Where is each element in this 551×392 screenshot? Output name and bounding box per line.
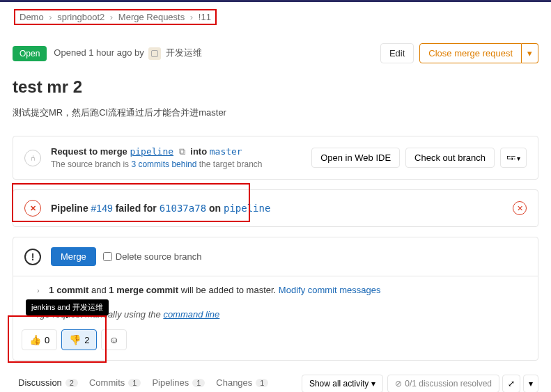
next-button[interactable]: ▾: [523, 375, 538, 393]
open-ide-button[interactable]: Open in Web IDE: [311, 148, 400, 168]
target-branch: master: [210, 146, 242, 157]
crumb-mr-list[interactable]: Merge Requests: [118, 12, 185, 22]
thumbs-up-button[interactable]: 👍0: [22, 329, 57, 350]
tab-changes[interactable]: Changes1: [210, 370, 274, 392]
delete-branch-checkbox[interactable]: Delete source branch: [103, 251, 202, 262]
command-line-link[interactable]: command line: [163, 309, 219, 320]
source-branch-link[interactable]: pipeline: [130, 146, 173, 157]
reaction-tooltip: jenkins and 开发运维: [26, 299, 109, 315]
modify-commit-link[interactable]: Modify commit messages: [279, 285, 381, 295]
activity-filter[interactable]: Show all activity ▾: [302, 375, 383, 393]
warning-icon: !: [24, 249, 41, 265]
behind-link[interactable]: 3 commits behind: [131, 159, 196, 169]
merge-button[interactable]: Merge: [51, 247, 96, 266]
avatar: [148, 47, 161, 60]
close-mr-button[interactable]: Close merge request: [419, 43, 522, 63]
pipeline-fail-icon: ✕: [24, 200, 41, 217]
close-mr-caret[interactable]: ▾: [522, 43, 538, 63]
expand-button[interactable]: ⤢: [502, 375, 520, 393]
pipeline-branch-link[interactable]: pipeline: [224, 203, 270, 214]
edit-button[interactable]: Edit: [380, 43, 414, 63]
merge-icon: ⑃: [24, 150, 41, 166]
checkout-button[interactable]: Check out branch: [405, 148, 495, 168]
download-button[interactable]: ⮓: [500, 148, 527, 168]
tab-discussion[interactable]: Discussion2: [13, 370, 84, 392]
add-reaction-button[interactable]: ☺: [101, 329, 126, 350]
mr-description: 测试提交MR，然后跑CI流程通过后才能合并进master: [13, 107, 538, 119]
commit-hash-link[interactable]: 61037a78: [160, 203, 206, 214]
chevron-right-icon[interactable]: ›: [37, 286, 40, 295]
crumb-mr-id[interactable]: !11: [199, 12, 211, 22]
pipeline-num-link[interactable]: #149: [91, 203, 113, 214]
thumbs-down-button[interactable]: 👎2: [61, 329, 97, 350]
tab-pipelines[interactable]: Pipelines1: [146, 370, 210, 392]
status-badge: Open: [13, 46, 47, 61]
page-title: test mr 2: [13, 77, 538, 97]
breadcrumb: Demo › springboot2 › Merge Requests › !1…: [0, 2, 551, 32]
opened-text: Opened 1 hour ago by 开发运维: [54, 47, 202, 60]
copy-branch-icon[interactable]: ⧉: [179, 146, 185, 157]
tab-commits[interactable]: Commits1: [84, 370, 146, 392]
resolved-status[interactable]: ⊘ 0/1 discussion resolved: [387, 375, 499, 393]
pipeline-status-icon[interactable]: ✕: [513, 201, 527, 215]
crumb-demo[interactable]: Demo: [20, 12, 44, 22]
crumb-project[interactable]: springboot2: [57, 12, 104, 22]
